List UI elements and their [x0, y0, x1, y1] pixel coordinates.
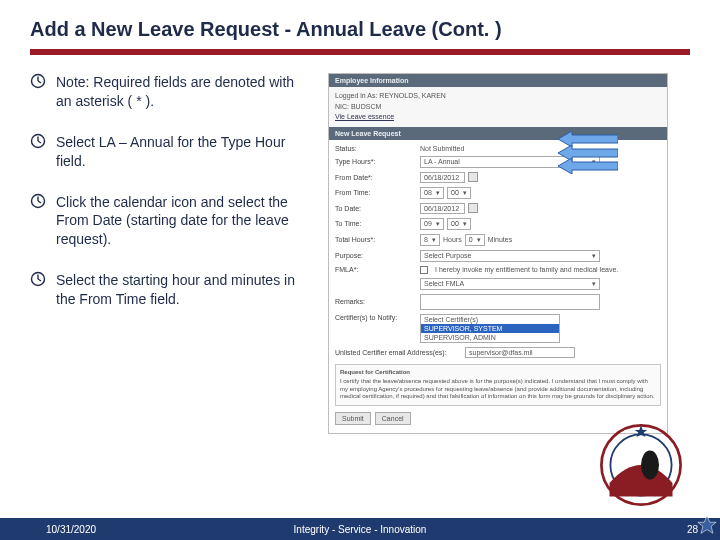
clock-icon: [30, 193, 46, 209]
remarks-input[interactable]: [420, 294, 600, 310]
minutes-text: Minutes: [488, 236, 513, 243]
certifier-option[interactable]: SUPERVISOR, SYSTEM: [421, 324, 559, 333]
to-time-label: To Time:: [335, 220, 420, 227]
svg-line-2: [38, 81, 41, 83]
list-item: Select the starting hour and minutes in …: [30, 271, 310, 309]
fmla-label: FMLA*:: [335, 266, 420, 273]
footer-motto: Integrity - Service - Innovation: [0, 524, 720, 535]
hours-text: Hours: [443, 236, 462, 243]
purpose-select[interactable]: Select Purpose▾: [420, 250, 600, 262]
logged-in-label: Logged in As: REYNOLDS, KAREN: [335, 91, 661, 102]
cert-title: Request for Certification: [340, 369, 656, 377]
to-min-select[interactable]: 00▾: [447, 218, 471, 230]
footer-bar: 10/31/2020 Integrity - Service - Innovat…: [0, 518, 720, 540]
from-date-label: From Date*:: [335, 174, 420, 181]
bullet-text: Click the calendar icon and select the F…: [56, 193, 310, 250]
status-value: Not Submitted: [420, 145, 661, 152]
list-item: Click the calendar icon and select the F…: [30, 193, 310, 250]
page-title: Add a New Leave Request - Annual Leave (…: [30, 18, 690, 41]
total-min-select[interactable]: 0▾: [465, 234, 485, 246]
fmla-text: I hereby invoke my entitlement to family…: [435, 266, 618, 273]
svg-marker-14: [558, 158, 618, 174]
clock-icon: [30, 271, 46, 287]
employee-info-header: Employee Information: [329, 74, 667, 87]
view-link[interactable]: Vie Leave essence: [335, 112, 661, 123]
bullet-text: Note: Required fields are denoted with a…: [56, 73, 310, 111]
certifier-option[interactable]: Select Certifier(s): [421, 315, 559, 324]
type-hours-label: Type Hours*:: [335, 158, 420, 165]
footer-date: 10/31/2020: [46, 524, 96, 535]
calendar-icon[interactable]: [468, 172, 478, 182]
purpose-label: Purpose:: [335, 252, 420, 259]
submit-button[interactable]: Submit: [335, 412, 371, 425]
cancel-button[interactable]: Cancel: [375, 412, 411, 425]
cert-body: I certify that the leave/absence request…: [340, 378, 656, 401]
fmla-select[interactable]: Select FMLA▾: [420, 278, 600, 290]
svg-marker-19: [698, 516, 716, 533]
remarks-label: Remarks:: [335, 298, 420, 305]
svg-point-17: [641, 451, 659, 480]
fmla-checkbox[interactable]: [420, 266, 428, 274]
star-icon: [696, 514, 718, 538]
svg-line-8: [38, 201, 41, 203]
title-rule: [30, 49, 690, 55]
bullet-text: Select the starting hour and minutes in …: [56, 271, 310, 309]
certifier-label: Certifier(s) to Notify:: [335, 314, 420, 321]
from-date-input[interactable]: 06/18/2012: [420, 172, 465, 183]
certifier-option[interactable]: SUPERVISOR, ADMIN: [421, 333, 559, 342]
from-hour-select[interactable]: 08▾: [420, 187, 444, 199]
from-min-select[interactable]: 00▾: [447, 187, 471, 199]
nic-label: NIC: BUDSCM: [335, 102, 661, 113]
callout-arrow-icon: [558, 158, 618, 174]
to-hour-select[interactable]: 09▾: [420, 218, 444, 230]
list-item: Select LA – Annual for the Type Hour fie…: [30, 133, 310, 171]
clock-icon: [30, 73, 46, 89]
to-date-label: To Date:: [335, 205, 420, 212]
instruction-list: Note: Required fields are denoted with a…: [30, 73, 310, 434]
request-cert-box: Request for Certification I certify that…: [335, 364, 661, 406]
to-date-input[interactable]: 06/18/2012: [420, 203, 465, 214]
form-screenshot: Employee Information Logged in As: REYNO…: [328, 73, 668, 434]
calendar-icon[interactable]: [468, 203, 478, 213]
from-time-label: From Time:: [335, 189, 420, 196]
clock-icon: [30, 133, 46, 149]
list-item: Note: Required fields are denoted with a…: [30, 73, 310, 111]
bullet-text: Select LA – Annual for the Type Hour fie…: [56, 133, 310, 171]
svg-line-11: [38, 279, 41, 281]
total-hours-select[interactable]: 8▾: [420, 234, 440, 246]
unlisted-label: Unlisted Certifier email Address(es):: [335, 349, 465, 356]
svg-line-5: [38, 141, 41, 143]
status-label: Status:: [335, 145, 420, 152]
total-hours-label: Total Hours*:: [335, 236, 420, 243]
seal-logo: [596, 420, 686, 510]
certifier-listbox[interactable]: Select Certifier(s) SUPERVISOR, SYSTEM S…: [420, 314, 560, 343]
unlisted-input[interactable]: supervisor@dfas.mil: [465, 347, 575, 358]
